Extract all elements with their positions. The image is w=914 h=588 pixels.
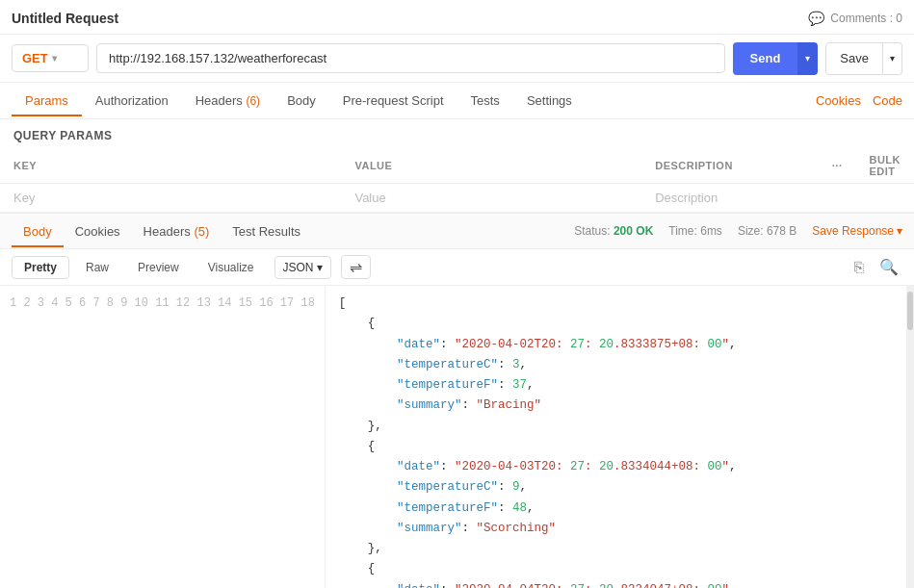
search-icon[interactable]: 🔍 (875, 256, 902, 278)
desc-cell[interactable]: Description (641, 184, 819, 213)
format-right: ⎘ 🔍 (850, 256, 902, 278)
title-bar: Untitled Request 💬 Comments : 0 (0, 0, 914, 35)
value-cell[interactable]: Value (341, 184, 641, 213)
tab-body[interactable]: Body (274, 86, 329, 115)
tab-tests[interactable]: Tests (457, 86, 513, 115)
title-bar-right: 💬 Comments : 0 (808, 11, 902, 26)
status-value: 200 OK (614, 224, 653, 238)
resp-tab-body[interactable]: Body (12, 217, 64, 246)
format-visualize-button[interactable]: Visualize (196, 256, 267, 279)
tab-settings[interactable]: Settings (513, 86, 586, 115)
tab-authorization[interactable]: Authorization (82, 86, 182, 115)
resp-tab-headers[interactable]: Headers (5) (132, 217, 222, 246)
table-row: Key Value Description (0, 184, 914, 213)
json-chevron-icon: ▾ (317, 261, 323, 274)
method-label: GET (22, 51, 48, 65)
status-label: Status: 200 OK (574, 224, 653, 238)
col-key: KEY (0, 148, 341, 184)
req-tabs-right: Cookies Code (816, 93, 902, 108)
send-button-group: Send ▾ (733, 42, 819, 75)
response-bar: Body Cookies Headers (5) Test Results St… (0, 213, 914, 249)
format-json-selector[interactable]: JSON ▾ (274, 256, 331, 279)
key-cell[interactable]: Key (0, 184, 341, 213)
save-response-button[interactable]: Save Response ▾ (812, 224, 902, 238)
scrollbar-vertical[interactable] (906, 286, 914, 588)
save-button-group: Save ▾ (825, 42, 902, 75)
col-more: ··· (819, 148, 856, 184)
code-area: 1 2 3 4 5 6 7 8 9 10 11 12 13 14 15 16 1… (0, 286, 914, 588)
tab-headers[interactable]: Headers (6) (182, 86, 274, 115)
format-bar: Pretty Raw Preview Visualize JSON ▾ ⇌ ⎘ … (0, 249, 914, 286)
format-preview-button[interactable]: Preview (125, 256, 192, 279)
col-value: VALUE (341, 148, 641, 184)
send-button[interactable]: Send (733, 42, 798, 75)
cookies-link[interactable]: Cookies (816, 93, 861, 108)
resp-headers-badge: (5) (194, 224, 209, 239)
time-value: 6ms (700, 224, 722, 238)
query-params-section: Query Params KEY VALUE DESCRIPTION ··· B… (0, 119, 914, 213)
copy-icon[interactable]: ⎘ (850, 256, 868, 278)
save-button[interactable]: Save (825, 42, 883, 75)
tab-prerequest[interactable]: Pre-request Script (329, 86, 457, 115)
resp-tab-testresults[interactable]: Test Results (221, 217, 312, 246)
query-params-label: Query Params (0, 119, 914, 148)
code-content: [ { "date": "2020-04-02T20: 27: 20.83338… (326, 286, 914, 588)
tab-params[interactable]: Params (12, 86, 82, 115)
url-bar: GET ▾ Send ▾ Save ▾ (0, 35, 914, 83)
method-selector[interactable]: GET ▾ (12, 44, 89, 72)
save-dropdown-button[interactable]: ▾ (883, 42, 902, 75)
request-tabs: Params Authorization Headers (6) Body Pr… (0, 83, 914, 119)
time-label: Time: 6ms (668, 224, 722, 238)
page-title: Untitled Request (12, 11, 118, 26)
format-raw-button[interactable]: Raw (73, 256, 121, 279)
resp-tab-cookies[interactable]: Cookies (64, 217, 132, 246)
comments-label: Comments : 0 (830, 12, 902, 25)
size-label: Size: 678 B (738, 224, 796, 238)
code-lines: 1 2 3 4 5 6 7 8 9 10 11 12 13 14 15 16 1… (0, 286, 914, 588)
line-numbers: 1 2 3 4 5 6 7 8 9 10 11 12 13 14 15 16 1… (0, 286, 326, 588)
headers-badge: (6) (246, 94, 260, 108)
params-table: KEY VALUE DESCRIPTION ··· Bulk Edit Key … (0, 148, 914, 213)
send-dropdown-button[interactable]: ▾ (797, 42, 818, 75)
comment-icon: 💬 (808, 11, 824, 26)
response-status: Status: 200 OK Time: 6ms Size: 678 B Sav… (574, 224, 902, 238)
code-link[interactable]: Code (873, 93, 902, 108)
scrollbar-thumb[interactable] (907, 292, 913, 330)
format-pretty-button[interactable]: Pretty (12, 256, 69, 279)
method-chevron-icon: ▾ (52, 53, 57, 64)
size-value: 678 B (767, 224, 796, 238)
wrap-button[interactable]: ⇌ (341, 255, 371, 279)
col-description: DESCRIPTION (641, 148, 819, 184)
url-input[interactable] (96, 43, 725, 73)
bulk-edit-btn[interactable]: Bulk Edit (855, 148, 914, 184)
